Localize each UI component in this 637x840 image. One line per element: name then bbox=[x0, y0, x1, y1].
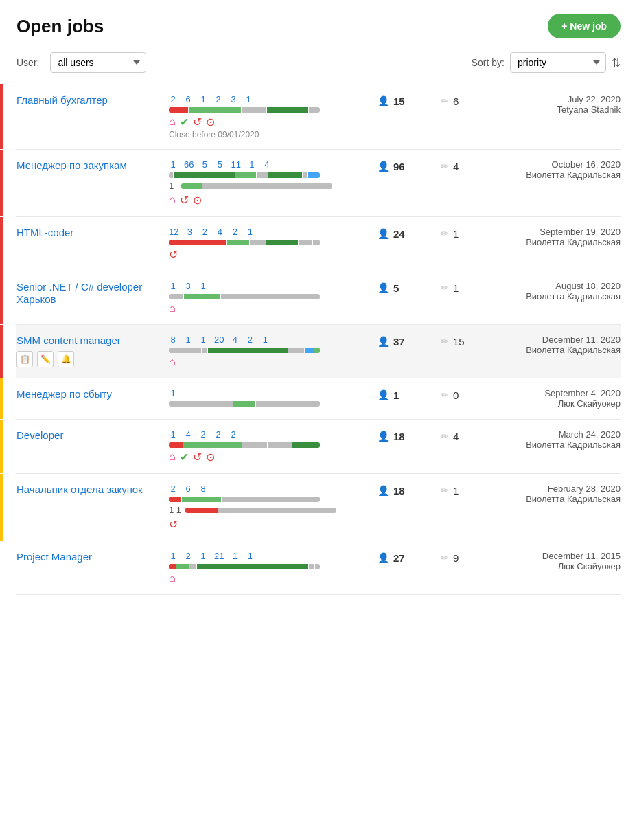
job-row: Менеджер по сбыту1👤1✏0September 4, 2020Л… bbox=[16, 378, 621, 420]
stat-num: 2 bbox=[214, 429, 222, 440]
progress-segment bbox=[314, 348, 320, 353]
job-name-link[interactable]: Начальник отдела закупок bbox=[16, 484, 143, 495]
applicants-count: 1 bbox=[393, 389, 399, 401]
job-row: Главный бухгалтер261231⌂✔↺⊙Close before … bbox=[16, 84, 621, 150]
progress-segment bbox=[183, 442, 242, 448]
progress-segment bbox=[292, 442, 320, 448]
clock-circle-icon: ⊙ bbox=[206, 115, 215, 128]
progress-bar bbox=[169, 348, 320, 353]
stat-num: 2 bbox=[184, 551, 192, 561]
progress-segment bbox=[221, 294, 312, 299]
stat-num: 2 bbox=[200, 227, 209, 237]
job-name-link[interactable]: Главный бухгалтер bbox=[16, 94, 108, 106]
stat-num: 1 bbox=[231, 551, 239, 561]
applicants-count: 15 bbox=[393, 95, 405, 107]
job-name-link[interactable]: SMM content manager bbox=[16, 334, 121, 346]
sub-progress-segment bbox=[185, 508, 218, 513]
stat-num: 2 bbox=[246, 334, 254, 345]
progress-segment bbox=[197, 564, 309, 569]
progress-segment bbox=[235, 172, 256, 178]
progress-segment bbox=[189, 564, 196, 569]
stat-num: 5 bbox=[200, 159, 209, 170]
job-name-link[interactable]: HTML-coder bbox=[16, 227, 73, 238]
stat-num: 6 bbox=[184, 484, 192, 494]
progress-bar bbox=[169, 240, 320, 245]
stat-num: 6 bbox=[184, 94, 192, 104]
edit-icon[interactable]: ✏️ bbox=[37, 351, 54, 367]
notes-count: 0 bbox=[453, 389, 459, 401]
copy-icon[interactable]: 📋 bbox=[16, 351, 33, 367]
sub-bar-num: 1 1 bbox=[169, 505, 181, 515]
notes-col: ✏15 bbox=[441, 334, 496, 348]
job-name-link[interactable]: Менеджер по закупкам bbox=[16, 159, 127, 171]
progress-segment bbox=[208, 348, 288, 353]
progress-segment bbox=[267, 107, 308, 113]
job-row: Project Manager1212111⌂👤27✏9December 11,… bbox=[16, 541, 621, 595]
sort-order-icon[interactable]: ⇅ bbox=[612, 56, 621, 69]
progress-segment bbox=[182, 497, 221, 502]
stat-num: 3 bbox=[184, 281, 192, 291]
user-filter-select[interactable]: all users bbox=[50, 52, 146, 73]
stat-numbers: 261231 bbox=[169, 94, 369, 104]
applicants-count: 5 bbox=[393, 282, 399, 294]
notes-count: 4 bbox=[453, 431, 459, 442]
job-name-col: SMM content manager📋✏️🔔 bbox=[16, 334, 161, 367]
stage-icons: ⌂ bbox=[169, 356, 369, 368]
notes-col: ✏1 bbox=[441, 227, 496, 240]
stat-num: 1 bbox=[169, 388, 177, 398]
half-circle-icon: ↺ bbox=[169, 248, 178, 261]
progress-segment bbox=[250, 240, 266, 245]
job-name-link[interactable]: Senior .NET / C# developer Харьков bbox=[16, 281, 142, 305]
job-name-link[interactable]: Developer bbox=[16, 429, 63, 441]
sort-select[interactable]: priority bbox=[510, 52, 606, 73]
job-meta-col: December 11, 2020Виолетта Кадрильская bbox=[504, 334, 621, 355]
applicants-count: 18 bbox=[393, 485, 405, 497]
notes-icon: ✏ bbox=[441, 431, 449, 442]
notes-col: ✏1 bbox=[441, 484, 496, 497]
job-meta-col: September 19, 2020Виолетта Кадрильская bbox=[504, 227, 621, 247]
job-date: March 24, 2020 bbox=[504, 429, 621, 440]
job-name-col: Project Manager bbox=[16, 551, 161, 563]
job-priority-border bbox=[0, 150, 3, 216]
notes-count: 6 bbox=[453, 95, 459, 107]
notes-col: ✏0 bbox=[441, 388, 496, 401]
notify-icon[interactable]: 🔔 bbox=[58, 351, 74, 367]
progress-segment bbox=[309, 107, 320, 113]
stat-num: 66 bbox=[184, 159, 194, 170]
sub-progress-bar bbox=[185, 508, 336, 513]
notes-icon: ✏ bbox=[441, 282, 449, 293]
notes-col: ✏1 bbox=[441, 281, 496, 294]
job-owner: Виолетта Кадрильская bbox=[504, 237, 621, 247]
applicants-icon: 👤 bbox=[378, 389, 389, 400]
job-meta-col: August 18, 2020Виолетта Кадрильская bbox=[504, 281, 621, 302]
stat-num: 1 bbox=[261, 334, 269, 345]
job-date: August 18, 2020 bbox=[504, 281, 621, 291]
applicants-icon: 👤 bbox=[378, 485, 389, 496]
applicants-icon: 👤 bbox=[378, 95, 389, 106]
progress-bar bbox=[169, 442, 320, 448]
stat-num: 1 bbox=[169, 551, 177, 561]
half-circle-icon: ↺ bbox=[169, 518, 178, 531]
notes-icon: ✏ bbox=[441, 95, 449, 106]
progress-segment bbox=[169, 240, 226, 245]
new-job-button[interactable]: + New job bbox=[548, 14, 621, 38]
progress-segment bbox=[308, 172, 320, 178]
job-action-icons: 📋✏️🔔 bbox=[16, 351, 161, 367]
job-stats-col: 1212111⌂ bbox=[169, 551, 369, 584]
applicants-icon: 👤 bbox=[378, 431, 389, 442]
progress-bar bbox=[169, 497, 320, 502]
notes-icon: ✏ bbox=[441, 552, 449, 563]
job-name-link[interactable]: Project Manager bbox=[16, 551, 92, 563]
job-name-link[interactable]: Менеджер по сбыту bbox=[16, 388, 112, 400]
progress-bar bbox=[169, 107, 320, 113]
house-icon: ⌂ bbox=[169, 194, 176, 207]
house-icon: ⌂ bbox=[169, 115, 176, 128]
job-row: Менеджер по закупкам1665511141⌂↺⊙👤96✏4Oc… bbox=[16, 150, 621, 217]
stat-num: 1 bbox=[199, 551, 207, 561]
job-list: Главный бухгалтер261231⌂✔↺⊙Close before … bbox=[16, 84, 621, 595]
job-row: Senior .NET / C# developer Харьков131⌂👤5… bbox=[16, 271, 621, 325]
applicants-col: 👤96 bbox=[378, 159, 432, 172]
job-stats-col: 1 bbox=[169, 388, 369, 409]
progress-segment bbox=[257, 107, 266, 113]
close-date: Close before 09/01/2020 bbox=[169, 130, 369, 139]
